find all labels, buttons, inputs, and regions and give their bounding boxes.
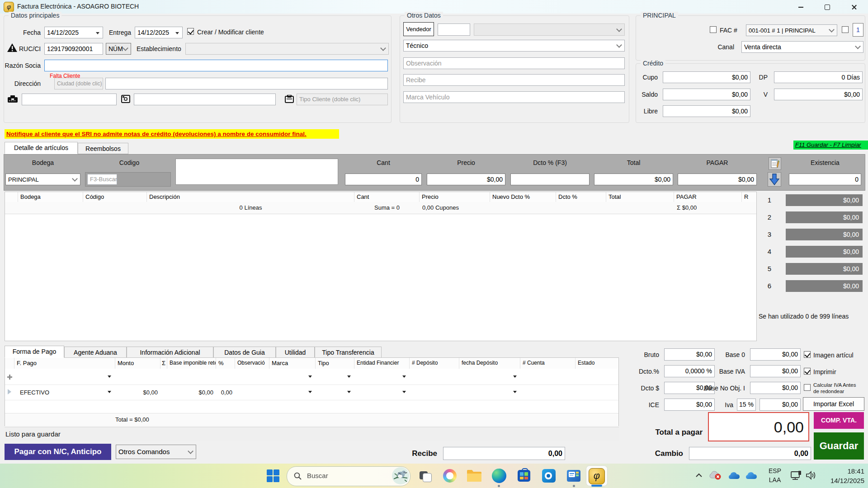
- fpago-dropdown-arrow[interactable]: [108, 375, 111, 378]
- task-view-button[interactable]: [418, 468, 433, 483]
- marca-dropdown-arrow[interactable]: [308, 391, 312, 393]
- importar-excel-button[interactable]: Importar Excel: [803, 397, 864, 411]
- bodega-combobox[interactable]: PRINCIPAL: [5, 174, 80, 185]
- edge-button[interactable]: [491, 468, 507, 483]
- pct-cell[interactable]: 0,00: [216, 389, 232, 396]
- dcto-input[interactable]: [510, 174, 590, 185]
- base-no-obj-input[interactable]: $0,00: [750, 382, 801, 394]
- add-line-button[interactable]: [768, 172, 781, 187]
- cloud-error-tray-icon[interactable]: [709, 470, 722, 481]
- direccion-input[interactable]: [105, 78, 388, 89]
- observacion-input[interactable]: Observación: [403, 57, 625, 69]
- marca-vehiculo-input[interactable]: Marca Vehículo: [403, 91, 625, 103]
- recibe-input[interactable]: 0,00: [443, 447, 565, 460]
- tipo-dropdown-arrow[interactable]: [347, 391, 351, 393]
- pay-col-observacion[interactable]: Observació: [235, 358, 269, 369]
- pagar-nc-button[interactable]: Pagar con N/C, Anticipo: [5, 444, 111, 460]
- search-highlight-bird-image[interactable]: [392, 467, 409, 484]
- cambio-input[interactable]: 0,00: [689, 447, 811, 460]
- items-col-dcto[interactable]: Dcto %: [556, 192, 606, 202]
- pay-col-fpago[interactable]: F. Pago: [14, 358, 115, 369]
- recibe-field-input[interactable]: Recibe: [403, 74, 625, 86]
- establecimiento-combobox[interactable]: [185, 43, 389, 55]
- pay-col-tipo[interactable]: Tipo: [316, 358, 354, 369]
- items-col-codigo[interactable]: Código: [83, 192, 147, 202]
- close-button[interactable]: [840, 0, 868, 14]
- iva-input[interactable]: $0,00: [760, 399, 801, 411]
- fax-input[interactable]: [134, 94, 276, 105]
- pay-col-deposito[interactable]: # Depósito: [410, 358, 459, 369]
- onedrive-tray-icon-2[interactable]: [745, 471, 758, 480]
- store-button[interactable]: [516, 468, 532, 483]
- pay-col-marca[interactable]: Marca: [269, 358, 316, 369]
- clock-tray[interactable]: 18:41 14/12/2025: [819, 466, 864, 485]
- pay-col-entidad[interactable]: Entidad Financier: [354, 358, 410, 369]
- existencia-input[interactable]: 0: [789, 174, 861, 185]
- vendedor-button[interactable]: Vendedor: [403, 22, 434, 36]
- pay-col-cuenta[interactable]: # Cuenta: [520, 358, 576, 369]
- precio-input[interactable]: $0,00: [427, 174, 505, 185]
- fac-combobox[interactable]: 001-001 # 1 | PRINCIPAL: [746, 24, 837, 36]
- network-tray-icon[interactable]: [790, 471, 802, 481]
- comp-vta-button[interactable]: COMP. VTA.: [814, 412, 864, 429]
- otros-comandos-combobox[interactable]: Otros Comandos: [116, 445, 196, 459]
- minimize-button[interactable]: [788, 0, 814, 14]
- file-explorer-icon[interactable]: [467, 469, 482, 483]
- fecha-combobox[interactable]: 14/12/2025: [44, 27, 103, 38]
- tab-datos-de-guia[interactable]: Datos de Guia: [213, 347, 276, 358]
- iva-pct-field[interactable]: 15 %: [737, 399, 756, 411]
- canal-combobox[interactable]: Venta directa: [741, 41, 863, 53]
- monto-cell[interactable]: $0,00: [115, 389, 158, 396]
- entidad-dropdown-arrow[interactable]: [402, 375, 406, 378]
- base-iva-input[interactable]: $0,00: [750, 365, 801, 377]
- items-col-bodega[interactable]: Bodega: [18, 192, 83, 202]
- tecnico-combobox[interactable]: Técnico: [403, 40, 625, 52]
- tipo-dropdown-arrow[interactable]: [347, 375, 351, 378]
- tray-chevron-icon[interactable]: [695, 473, 703, 478]
- pay-col-fecha-deposito[interactable]: fecha Depósito: [459, 358, 520, 369]
- cant-input[interactable]: 0: [345, 174, 422, 185]
- dp-input[interactable]: 0 Días: [774, 71, 863, 83]
- fpago-cell[interactable]: EFECTIVO: [20, 389, 49, 396]
- razon-social-input[interactable]: [44, 60, 388, 71]
- outlook-button[interactable]: [541, 468, 557, 483]
- base-cell[interactable]: $0,00: [167, 389, 213, 396]
- tab-tipo-transferencia[interactable]: Tipo Transferencia: [315, 347, 382, 358]
- cupo-input[interactable]: $0,00: [663, 71, 750, 83]
- crear-modificar-checkbox[interactable]: [187, 28, 194, 35]
- ciudad-field[interactable]: Ciudad (doble clic): [54, 78, 103, 89]
- fecha-dep-dropdown-arrow[interactable]: [513, 391, 517, 393]
- pay-col-base[interactable]: Base imponible reten: [167, 358, 216, 369]
- pay-col-estado[interactable]: Estado: [576, 358, 618, 369]
- items-col-precio[interactable]: Precio: [420, 192, 490, 202]
- vendedor-code-input[interactable]: [438, 23, 470, 36]
- entidad-dropdown-arrow[interactable]: [402, 391, 406, 393]
- fac-copies-field[interactable]: 1: [853, 23, 863, 37]
- calcular-iva-checkbox[interactable]: [804, 384, 811, 391]
- entrega-combobox[interactable]: 14/12/2025: [135, 27, 183, 38]
- num-combobox[interactable]: NÚM: [106, 43, 131, 55]
- v-input[interactable]: $0,00: [774, 89, 863, 100]
- pay-col-sigma-button[interactable]: Σ: [160, 358, 167, 369]
- vendedor-combobox[interactable]: [474, 23, 625, 36]
- libre-input[interactable]: $0,00: [663, 105, 750, 117]
- description-box[interactable]: [175, 159, 338, 185]
- active-invoice-app-button[interactable]: φ: [586, 465, 608, 486]
- volume-tray-icon[interactable]: [806, 471, 816, 480]
- copilot-button[interactable]: [442, 468, 458, 483]
- tab-forma-de-pago[interactable]: Forma de Pago: [5, 346, 64, 358]
- marca-dropdown-arrow[interactable]: [308, 375, 312, 378]
- fac-secondary-checkbox[interactable]: [842, 26, 849, 33]
- tab-utilidad[interactable]: Utilidad: [276, 347, 315, 358]
- tipo-cliente-field[interactable]: Tipo Cliente (doble clic): [297, 94, 388, 105]
- items-col-pagar[interactable]: PAGAR: [674, 192, 742, 202]
- fpago-dropdown-arrow[interactable]: [108, 391, 111, 393]
- imagen-articulo-checkbox[interactable]: [804, 351, 811, 358]
- telefono-input[interactable]: [22, 94, 117, 105]
- codigo-search-input[interactable]: F3-Buscar: [87, 174, 117, 185]
- language-indicator[interactable]: ESP LAA: [765, 466, 785, 485]
- tab-reembolsos[interactable]: Reembolsos: [78, 143, 128, 154]
- pinned-app-button[interactable]: [566, 468, 581, 483]
- maximize-button[interactable]: [814, 0, 840, 14]
- guardar-button[interactable]: Guardar: [814, 432, 864, 460]
